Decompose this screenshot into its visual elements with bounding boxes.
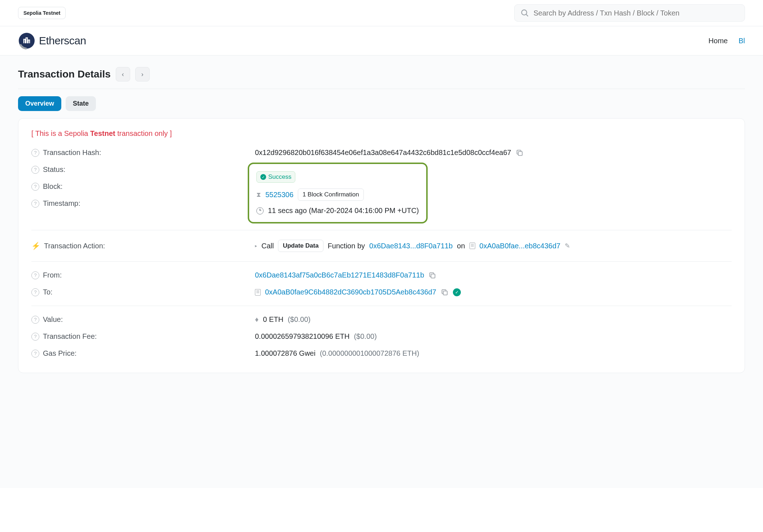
- tab-state[interactable]: State: [66, 96, 96, 111]
- chevron-right-icon: ›: [141, 71, 144, 78]
- help-icon[interactable]: ?: [31, 288, 39, 296]
- copy-icon[interactable]: [441, 288, 449, 296]
- action-by: Function by: [328, 242, 365, 250]
- timestamp-value: 11 secs ago (Mar-20-2024 04:16:00 PM +UT…: [268, 207, 419, 215]
- value-usd: ($0.00): [288, 315, 310, 324]
- function-chip: Update Data: [278, 240, 323, 252]
- svg-point-0: [522, 10, 527, 15]
- block-link[interactable]: 5525306: [265, 191, 294, 199]
- label-txhash: Transaction Hash:: [43, 148, 101, 157]
- help-icon[interactable]: ?: [31, 316, 39, 324]
- flash-icon: ⚡: [31, 241, 40, 250]
- value-amount: 0 ETH: [263, 315, 283, 324]
- search-input[interactable]: [533, 9, 739, 17]
- search-icon: [520, 8, 529, 18]
- svg-rect-4: [431, 274, 435, 278]
- fee-usd: ($0.00): [354, 332, 376, 341]
- label-timestamp: Timestamp:: [43, 199, 80, 208]
- label-status: Status:: [43, 165, 65, 174]
- nav-blockchain[interactable]: Bl: [738, 37, 745, 45]
- hourglass-icon: ⧗: [256, 191, 261, 199]
- next-tx-button[interactable]: ›: [135, 67, 150, 81]
- confirmations-badge: 1 Block Confirmation: [298, 189, 364, 201]
- status-badge: ✓ Success: [256, 171, 295, 183]
- tab-overview[interactable]: Overview: [18, 96, 61, 111]
- nav-home[interactable]: Home: [709, 37, 728, 45]
- action-on: on: [457, 242, 465, 250]
- label-action: Transaction Action:: [44, 242, 105, 250]
- details-card: [ This is a Sepolia Testnet transaction …: [18, 118, 745, 373]
- gas-eth: (0.000000001000072876 ETH): [320, 349, 419, 358]
- action-call: Call: [261, 242, 274, 250]
- verified-icon: ✓: [453, 288, 461, 296]
- logo[interactable]: Etherscan: [18, 32, 86, 49]
- copy-icon[interactable]: [428, 271, 436, 279]
- tx-hash: 0x12d9296820b016f638454e06ef1a3a08e647a4…: [255, 148, 511, 157]
- help-icon[interactable]: ?: [31, 166, 39, 174]
- help-icon[interactable]: ?: [31, 333, 39, 341]
- edit-icon[interactable]: ✎: [565, 242, 570, 250]
- from-address-link[interactable]: 0x6Dae8143af75a0cB6c7aEb1271E1483d8F0a71…: [255, 271, 424, 279]
- help-icon[interactable]: ?: [31, 183, 39, 191]
- action-caller-link[interactable]: 0x6Dae8143...d8F0a711b: [369, 242, 453, 250]
- logo-text: Etherscan: [39, 35, 86, 47]
- eth-icon: ♦: [255, 315, 259, 324]
- contract-icon: [255, 289, 261, 296]
- search-container: [514, 4, 745, 22]
- label-fee: Transaction Fee:: [43, 332, 97, 341]
- svg-rect-3: [518, 151, 522, 155]
- help-icon[interactable]: ?: [31, 271, 39, 279]
- testnet-warning: [ This is a Sepolia Testnet transaction …: [31, 129, 732, 138]
- clock-icon: [256, 207, 264, 214]
- page-title: Transaction Details: [18, 68, 111, 80]
- fee-amount: 0.000026597938210096 ETH: [255, 332, 349, 341]
- copy-icon[interactable]: [516, 149, 524, 157]
- help-icon[interactable]: ?: [31, 350, 39, 358]
- svg-line-1: [526, 14, 528, 16]
- label-value: Value:: [43, 315, 63, 324]
- to-address-link[interactable]: 0xA0aB0fae9C6b4882dC3690cb1705D5Aeb8c436…: [265, 288, 436, 296]
- network-badge[interactable]: Sepolia Testnet: [18, 7, 66, 19]
- highlight-box: ✓ Success ⧗ 5525306 1 Block Confirmation: [248, 163, 428, 223]
- action-target-link[interactable]: 0xA0aB0fae...eb8c436d7: [480, 242, 561, 250]
- caret-right-icon: ▸: [255, 243, 257, 248]
- chevron-left-icon: ‹: [122, 71, 124, 78]
- help-icon[interactable]: ?: [31, 200, 39, 208]
- contract-icon: [469, 243, 475, 249]
- label-block: Block:: [43, 182, 62, 191]
- gas-amount: 1.000072876 Gwei: [255, 349, 316, 358]
- svg-rect-5: [443, 291, 447, 295]
- prev-tx-button[interactable]: ‹: [116, 67, 130, 81]
- label-gas: Gas Price:: [43, 349, 76, 358]
- check-icon: ✓: [260, 174, 266, 180]
- etherscan-logo-icon: [18, 32, 35, 49]
- help-icon[interactable]: ?: [31, 149, 39, 157]
- label-to: To:: [43, 288, 53, 296]
- label-from: From:: [43, 271, 62, 279]
